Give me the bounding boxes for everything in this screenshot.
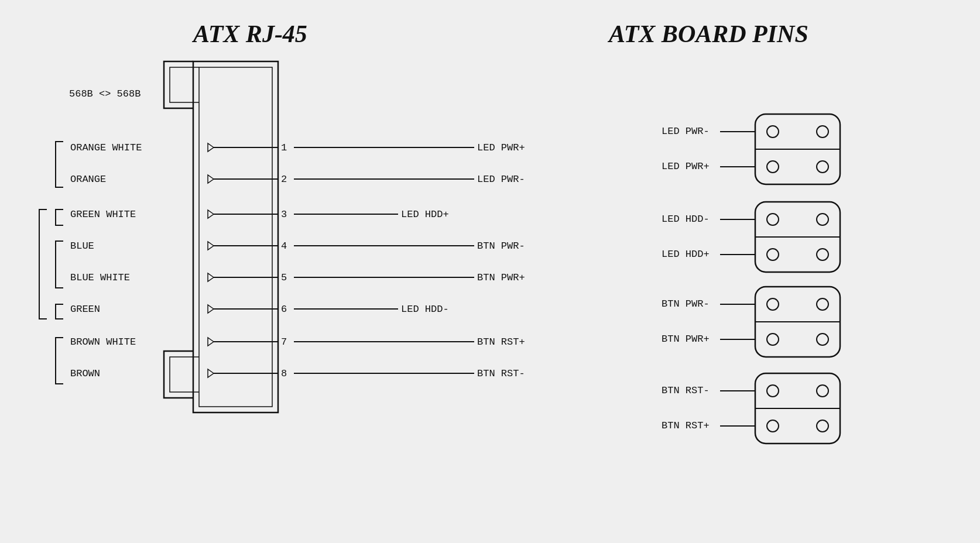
bp-ledpwr-top-left-pin (767, 126, 779, 138)
bracket-orange-pair (56, 142, 63, 187)
sig-label-8: BTN RST- (477, 368, 525, 379)
bp-ledhdd-bot-left-pin (767, 249, 779, 260)
bracket-green (56, 304, 63, 319)
bp-ledhdd-top-left-pin (767, 214, 779, 225)
bp-ledpwr-minus-label: LED PWR- (662, 126, 710, 137)
rj45-bot-notch-inner (170, 357, 199, 392)
rj45-inner (199, 67, 272, 407)
pin-num-4: 4 (281, 240, 287, 252)
bp-btnrst-top-left-pin (767, 385, 779, 397)
wire-ow: ORANGE WHITE (70, 142, 142, 153)
sig-label-7: BTN RST+ (477, 336, 525, 348)
sig-label-1: LED PWR+ (477, 142, 525, 153)
bracket-blue-pair (56, 241, 63, 288)
sig-label-5: BTN PWR+ (477, 272, 525, 283)
cable-standard-label: 568B <> 568B (69, 88, 141, 99)
wire-blw: BLUE WHITE (70, 272, 130, 283)
bp-btnrst-minus-label: BTN RST- (662, 385, 710, 396)
title-left: ATX RJ-45 (191, 20, 307, 47)
wire-gr: GREEN (70, 304, 100, 315)
pin-num-1: 1 (281, 142, 287, 153)
bp-ledhdd-plus-label: LED HDD+ (662, 249, 710, 260)
bracket-green-white (56, 209, 63, 225)
bracket-green-group-outer (39, 209, 47, 319)
wire-br: BROWN (70, 368, 100, 379)
wiring-diagram: ATX RJ-45 ATX BOARD PINS 568B <> 568B (0, 0, 980, 543)
pin-num-5: 5 (281, 272, 287, 283)
bp-ledpwr-top-right-pin (817, 126, 828, 138)
wire-brw: BROWN WHITE (70, 336, 136, 348)
pin-num-7: 7 (281, 336, 287, 348)
rj45-outer (193, 61, 278, 413)
rj45-top-notch (164, 61, 193, 108)
pin2-triangle (208, 175, 214, 183)
pin8-triangle (208, 369, 214, 377)
bp-btnpwr-minus-label: BTN PWR- (662, 298, 710, 310)
bp-ledhdd-bot-right-pin (817, 249, 828, 260)
pin5-triangle (208, 273, 214, 281)
bp-btnrst-plus-label: BTN RST+ (662, 420, 710, 431)
sig-label-4: BTN PWR- (477, 240, 525, 252)
wire-gw: GREEN WHITE (70, 209, 136, 220)
bp-btnrst-bot-right-pin (817, 420, 828, 432)
wire-o: ORANGE (70, 174, 106, 185)
bp-btnrst-bot-left-pin (767, 420, 779, 432)
pin7-triangle (208, 338, 214, 346)
pin-num-2: 2 (281, 174, 287, 185)
pin-num-8: 8 (281, 368, 287, 379)
page: ATX RJ-45 ATX BOARD PINS 568B <> 568B (0, 0, 980, 543)
rj45-bot-notch (164, 351, 193, 398)
bp-btnrst-top-right-pin (817, 385, 828, 397)
pin3-triangle (208, 210, 214, 218)
rj45-top-notch-inner (170, 67, 199, 102)
sig-label-2: LED PWR- (477, 174, 525, 185)
pin4-triangle (208, 242, 214, 250)
sig-label-6: LED HDD- (401, 304, 449, 315)
bp-btnpwr-bot-right-pin (817, 334, 828, 345)
bp-btnpwr-bot-left-pin (767, 334, 779, 345)
sig-label-3: LED HDD+ (401, 209, 449, 220)
bp-btnpwr-top-left-pin (767, 298, 779, 310)
pin1-triangle (208, 143, 214, 152)
title-right: ATX BOARD PINS (607, 20, 808, 47)
bp-ledhdd-top-right-pin (817, 214, 828, 225)
bp-btnpwr-plus-label: BTN PWR+ (662, 334, 710, 345)
bp-btnpwr-top-right-pin (817, 298, 828, 310)
wire-bl: BLUE (70, 240, 94, 252)
pin-num-3: 3 (281, 209, 287, 220)
bp-ledpwr-plus-label: LED PWR+ (662, 161, 710, 172)
bp-ledpwr-bot-right-pin (817, 161, 828, 173)
bp-ledpwr-bot-left-pin (767, 161, 779, 173)
pin6-triangle (208, 305, 214, 313)
bp-ledhdd-minus-label: LED HDD- (662, 214, 710, 225)
bracket-brown-pair (56, 338, 63, 384)
pin-num-6: 6 (281, 304, 287, 315)
